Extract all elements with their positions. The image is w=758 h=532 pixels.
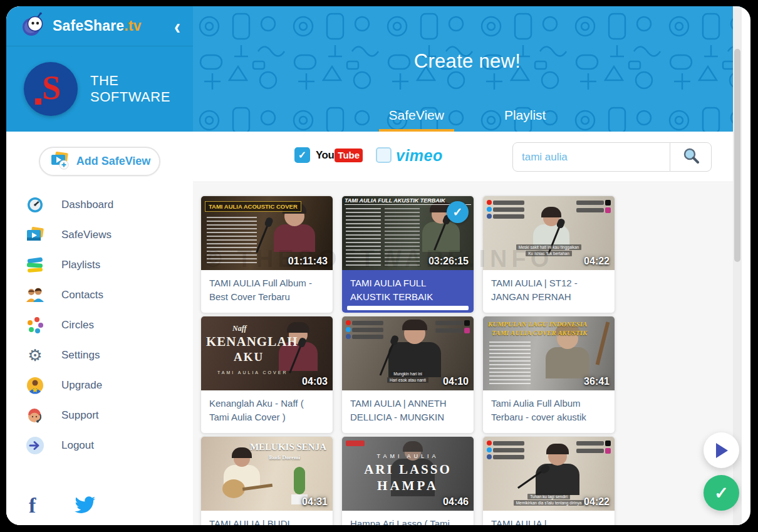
app-window: SafeShare.tv ‹ S THE SOFTWARE	[6, 6, 750, 525]
main-header: Create new! SafeView Playlist	[193, 6, 742, 132]
social-links: f	[29, 494, 96, 518]
sidebar-item-logout[interactable]: Logout	[6, 430, 193, 461]
video-thumbnail[interactable]: TAMI AULIA FULL AKUSTIK TERBAIK ✓ 03:26:…	[342, 196, 474, 270]
software-logo-block: S THE SOFTWARE	[6, 46, 193, 132]
support-headset-icon	[25, 407, 45, 424]
tracklist-lines	[346, 208, 381, 266]
thumbnail-text: MELUKIS SENJA	[250, 442, 326, 452]
video-thumbnail[interactable]: Naff KENANGLAH AKU TAMI AULIA COVER ✓ 04…	[201, 316, 333, 390]
tracklist-lines	[207, 217, 257, 263]
tracklist-lines	[385, 208, 420, 266]
twitter-icon[interactable]	[75, 496, 96, 516]
video-card[interactable]: Mungkin hari iniHari esok atau nanti ✓ 0…	[341, 316, 474, 434]
person-figure	[388, 323, 441, 377]
video-thumbnail[interactable]: MELUKIS SENJA Budi Doremi ✓ 04:31	[201, 437, 333, 511]
sidebar-item-support[interactable]: Support	[6, 400, 193, 430]
sidebar-item-playlists[interactable]: Playlists	[6, 250, 193, 280]
video-title: TAMI AULIA | ST12 - JANGAN PERNAH	[483, 270, 615, 313]
youtube-logo[interactable]: You Tube	[316, 149, 363, 162]
thumbnail-text: Budi Doremi	[269, 454, 300, 461]
video-title: TAMI AULIA FULL AKUSTIK TERBAIK	[342, 270, 474, 313]
upgrade-icon	[25, 377, 45, 394]
sidebar-item-dashboard[interactable]: Dashboard	[6, 190, 193, 220]
social-handle-badges	[435, 320, 470, 333]
video-card[interactable]: Naff KENANGLAH AKU TAMI AULIA COVER ✓ 04…	[200, 316, 333, 434]
gauge-icon	[25, 196, 45, 214]
video-thumbnail[interactable]: KUMPULAN LAGU INDONESIA TAMI AULIA COVER…	[483, 316, 615, 390]
sidebar-collapse-chevron-icon[interactable]: ‹	[174, 15, 180, 37]
video-card[interactable]: Meski sakit hati ini kau tinggalkanKu ik…	[482, 196, 615, 313]
tab-safeview[interactable]: SafeView	[379, 108, 454, 132]
thumbnail-text: HAMPA	[342, 478, 474, 494]
video-card[interactable]: TAMI AULIA ACOUSTIC COVER ✓ 01:11:43 TAM…	[200, 196, 333, 313]
sidebar-header: SafeShare.tv ‹	[6, 6, 193, 46]
search-button[interactable]	[670, 142, 712, 172]
cactus	[294, 467, 305, 494]
video-duration: 04:22	[584, 496, 610, 508]
video-card[interactable]: MELUKIS SENJA Budi Doremi ✓ 04:31 TAMI A…	[200, 436, 333, 525]
guitar-neck	[596, 321, 610, 365]
video-thumbnail[interactable]: TAMI AULIA ACOUSTIC COVER ✓ 01:11:43	[201, 196, 333, 270]
play-icon	[714, 442, 729, 459]
microphone	[256, 224, 269, 253]
video-duration: 04:10	[443, 376, 469, 387]
scrollbar-thumb[interactable]	[734, 49, 740, 262]
video-title: Hampa Ari Lasso ( Tami	[342, 511, 474, 525]
thumbnail-text: KUMPULAN LAGU INDONESIA	[488, 320, 587, 328]
social-handle-badges	[576, 441, 611, 454]
software-logo-icon: S	[24, 62, 78, 116]
video-thumbnail[interactable]: Mungkin hari iniHari esok atau nanti ✓ 0…	[342, 316, 474, 390]
gear-icon: ⚙	[25, 347, 45, 363]
safeview-folder-icon	[25, 227, 45, 243]
video-card[interactable]: Tuhan ku lagi sendiriMemikirkan dia s'la…	[482, 436, 615, 525]
tab-bar: SafeView Playlist	[193, 108, 742, 132]
video-thumbnail[interactable]: Tuhan ku lagi sendiriMemikirkan dia s'la…	[483, 437, 615, 511]
check-icon: ✓	[714, 483, 729, 503]
vimeo-logo[interactable]: vimeo	[396, 147, 443, 165]
tracklist-lines	[489, 342, 531, 384]
sidebar-item-upgrade[interactable]: Upgrade	[6, 370, 193, 400]
guitar	[222, 479, 245, 498]
thumbnail-text: KENANGLAH	[206, 334, 298, 350]
video-duration: 04:46	[443, 496, 469, 508]
selected-check-icon: ✓	[447, 201, 469, 223]
add-safeview-icon	[49, 151, 70, 172]
video-thumbnail[interactable]: Meski sakit hati ini kau tinggalkanKu ik…	[483, 196, 615, 270]
video-title: Kenanglah Aku - Naff ( Tami Aulia Cover …	[201, 390, 333, 433]
video-thumbnail[interactable]: TAMI AULIA ARI LASSO HAMPA ✓ 04:46	[342, 437, 474, 511]
filter-bar: ✓ You Tube ✓ vimeo	[193, 132, 742, 182]
main-area: Create new! SafeView Playlist ✓ You Tube…	[193, 6, 742, 525]
play-preview-button[interactable]	[703, 432, 739, 468]
facebook-icon[interactable]: f	[29, 494, 36, 518]
sidebar-body: Add SafeView Dashboard	[6, 132, 193, 525]
youtube-checkbox[interactable]: ✓	[294, 147, 310, 163]
video-card[interactable]: KUMPULAN LAGU INDONESIA TAMI AULIA COVER…	[482, 316, 615, 434]
search-input[interactable]	[512, 142, 670, 172]
social-handle-badges	[576, 200, 611, 213]
sidebar: SafeShare.tv ‹ S THE SOFTWARE	[6, 6, 193, 525]
video-title: TAMI AULIA |	[483, 511, 615, 525]
video-title: Tami Aulia Full Album Terbaru - cover ak…	[483, 390, 615, 433]
circles-icon	[25, 317, 45, 333]
video-duration: 03:26:15	[428, 256, 469, 267]
thumbnail-text: TAMI AULIA	[342, 453, 474, 459]
sidebar-item-circles[interactable]: Circles	[6, 310, 193, 340]
contacts-icon	[25, 287, 45, 303]
subtitle-caption: Meski sakit hati ini kau tinggalkanKu ik…	[483, 244, 615, 256]
sidebar-item-safeviews[interactable]: SafeViews	[6, 220, 193, 250]
vimeo-checkbox[interactable]: ✓	[376, 147, 392, 163]
confirm-selection-button[interactable]: ✓	[703, 475, 739, 511]
logo-dot	[35, 98, 41, 105]
thumbnail-text: ARI LASSO	[342, 462, 474, 477]
floating-actions: ✓	[703, 432, 740, 511]
video-title: TAMI AULIA Full Album - Best Cover Terba…	[201, 270, 333, 313]
video-card[interactable]: TAMI AULIA FULL AKUSTIK TERBAIK ✓ 03:26:…	[341, 196, 474, 313]
logout-arrow-icon	[25, 436, 45, 455]
tab-playlist[interactable]: Playlist	[494, 108, 556, 132]
video-duration: 36:41	[584, 376, 610, 387]
sidebar-item-contacts[interactable]: Contacts	[6, 280, 193, 310]
sidebar-item-settings[interactable]: ⚙ Settings	[6, 340, 193, 370]
page-title: Create new!	[193, 50, 742, 73]
add-safeview-button[interactable]: Add SafeView	[39, 147, 160, 176]
video-card[interactable]: TAMI AULIA ARI LASSO HAMPA ✓ 04:46 Hampa…	[341, 436, 474, 525]
